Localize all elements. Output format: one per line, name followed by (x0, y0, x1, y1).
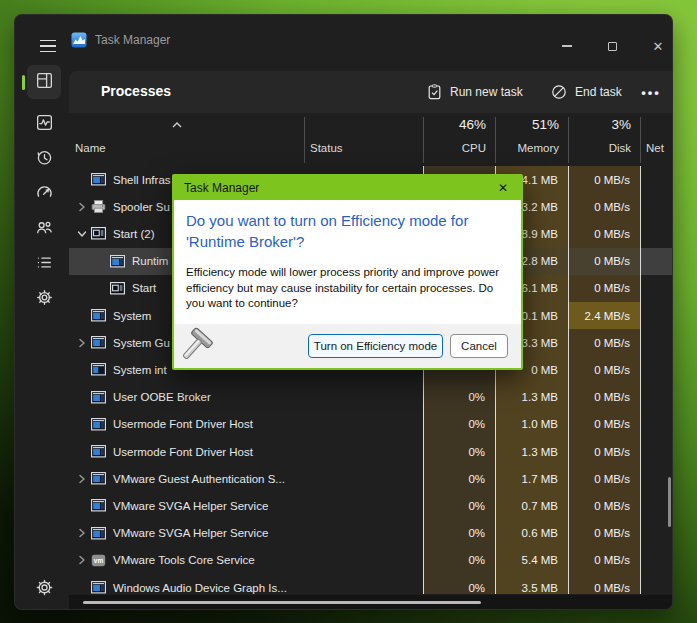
sidebar-item-users[interactable] (27, 212, 61, 246)
memory-cell: 1.3 MB (495, 438, 568, 465)
interrupts-icon (91, 362, 106, 377)
services-icon (35, 288, 54, 311)
process-name: Runtim (132, 255, 168, 267)
app-icon (91, 498, 106, 513)
process-name: Usermode Font Driver Host (113, 418, 253, 430)
status-cell (304, 438, 423, 465)
column-header-status[interactable]: Status (310, 142, 343, 154)
sidebar-item-details[interactable] (27, 247, 61, 281)
table-row[interactable]: VMware Guest Authentication S...0%1.7 MB… (69, 465, 673, 492)
chevron-down-icon[interactable] (73, 220, 91, 247)
sidebar-item-startup-apps[interactable] (27, 177, 61, 211)
cpu-cell: 0% (423, 411, 495, 438)
efficiency-mode-dialog: Task Manager ✕ Do you want to turn on Ef… (172, 174, 523, 370)
cancel-button[interactable]: Cancel (450, 334, 508, 358)
maximize-button[interactable] (592, 30, 632, 62)
process-name-cell: User OOBE Broker (69, 384, 304, 411)
sidebar-item-app-history[interactable] (27, 142, 61, 176)
table-row[interactable]: User OOBE Broker0%1.3 MB0 MB/s (69, 384, 673, 411)
chevron-right-icon[interactable] (73, 329, 91, 356)
cpu-cell: 0% (423, 520, 495, 547)
column-header-disk[interactable]: Disk (568, 142, 631, 154)
cpu-cell: 0% (423, 384, 495, 411)
minimize-button[interactable] (547, 30, 587, 62)
table-row[interactable]: Windows Audio Device Graph Is...0%3.5 MB… (69, 574, 673, 594)
network-cell (640, 302, 673, 329)
vertical-scrollbar-thumb[interactable] (668, 477, 671, 527)
sidebar (15, 63, 69, 609)
process-name-cell: VMware SVGA Helper Service (69, 492, 304, 519)
column-header-cpu[interactable]: CPU (423, 142, 486, 154)
sidebar-item-settings[interactable] (27, 572, 61, 606)
cpu-cell: 0% (423, 547, 495, 574)
sidebar-item-performance[interactable] (27, 107, 61, 141)
vm-icon: vm (91, 553, 106, 568)
titlebar: Task Manager ✕ (15, 15, 672, 63)
dialog-body: Do you want to turn on Efficiency mode f… (174, 200, 521, 324)
dialog-titlebar: Task Manager ✕ (174, 176, 521, 200)
horizontal-scrollbar[interactable] (69, 595, 673, 610)
chevron-right-icon[interactable] (73, 520, 91, 547)
run-new-task-button[interactable]: Run new task (421, 77, 529, 107)
dialog-close-icon[interactable]: ✕ (493, 181, 513, 195)
status-cell (304, 492, 423, 519)
process-name-cell: Windows Audio Device Graph Is... (69, 574, 304, 594)
memory-cell: 5.4 MB (495, 547, 568, 574)
column-header-memory[interactable]: Memory (495, 142, 559, 154)
app-icon (91, 580, 106, 594)
process-name: Usermode Font Driver Host (113, 446, 253, 458)
table-row[interactable]: VMware SVGA Helper Service0%0.7 MB0 MB/s (69, 492, 673, 519)
sidebar-item-processes[interactable] (27, 65, 61, 99)
disk-cell: 0 MB/s (568, 492, 640, 519)
sidebar-item-services[interactable] (27, 282, 61, 316)
hamburger-menu-icon[interactable] (34, 32, 62, 60)
chevron-right-icon[interactable] (73, 193, 91, 220)
status-cell (304, 574, 423, 594)
start-icon (110, 281, 125, 296)
network-cell (640, 248, 673, 275)
app-icon (91, 390, 106, 405)
process-name: VMware SVGA Helper Service (113, 500, 268, 512)
cpu-cell: 0% (423, 574, 495, 594)
process-name: System Gu (113, 337, 170, 349)
processes-icon (35, 71, 54, 94)
chevron-right-icon[interactable] (73, 465, 91, 492)
app-icon (91, 172, 106, 187)
network-cell (640, 411, 673, 438)
table-row[interactable]: Usermode Font Driver Host0%1.0 MB0 MB/s (69, 411, 673, 438)
table-row[interactable]: vmVMware Tools Core Service0%5.4 MB0 MB/… (69, 547, 673, 574)
chevron-right-icon[interactable] (73, 547, 91, 574)
horizontal-scrollbar-thumb[interactable] (83, 601, 481, 604)
close-button[interactable]: ✕ (638, 30, 673, 62)
table-row[interactable]: VMware SVGA Helper Service0%0.6 MB0 MB/s (69, 520, 673, 547)
cpu-cell: 0% (423, 438, 495, 465)
app-icon (91, 471, 106, 486)
start-icon (91, 226, 106, 241)
startup-apps-icon (35, 183, 54, 206)
table-row[interactable]: Usermode Font Driver Host0%1.3 MB0 MB/s (69, 438, 673, 465)
disk-cell: 0 MB/s (568, 520, 640, 547)
status-cell (304, 465, 423, 492)
column-header-name[interactable]: Name (75, 142, 106, 154)
turn-on-efficiency-mode-button[interactable]: Turn on Efficiency mode (308, 334, 443, 358)
memory-cell: 1.3 MB (495, 384, 568, 411)
network-cell (640, 384, 673, 411)
memory-cell: 1.7 MB (495, 465, 568, 492)
printer-icon (91, 199, 106, 214)
desktop-wallpaper: Task Manager ✕ Processes Run new task (0, 0, 697, 623)
sort-ascending-icon (170, 116, 184, 134)
page-title: Processes (101, 83, 171, 99)
process-name: Start (132, 282, 156, 294)
memory-total-usage: 51% (495, 117, 559, 132)
column-header-network[interactable]: Net (646, 142, 664, 154)
disk-cell: 0 MB/s (568, 356, 640, 383)
network-cell (640, 438, 673, 465)
run-new-task-icon (427, 84, 442, 100)
disk-cell: 0 MB/s (568, 438, 640, 465)
disk-cell: 0 MB/s (568, 166, 640, 193)
disk-cell: 0 MB/s (568, 574, 640, 594)
more-options-button[interactable]: ••• (635, 77, 667, 107)
end-task-icon (551, 84, 567, 100)
end-task-button[interactable]: End task (545, 77, 628, 107)
table-header: Name Status 46% CPU 51% Memory 3% Disk N… (69, 113, 673, 166)
